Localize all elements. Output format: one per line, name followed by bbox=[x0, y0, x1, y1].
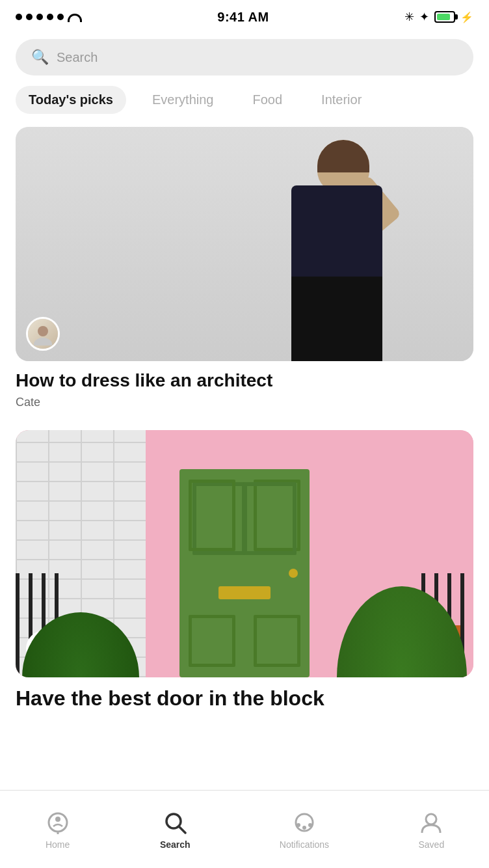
person-silhouette bbox=[278, 140, 421, 361]
search-icon: 🔍 bbox=[31, 49, 49, 66]
svg-line-6 bbox=[179, 826, 185, 833]
person-pants bbox=[291, 277, 382, 361]
tab-everything[interactable]: Everything bbox=[139, 86, 227, 114]
nav-item-saved[interactable]: Saved bbox=[418, 809, 444, 850]
nav-label-search: Search bbox=[160, 839, 191, 850]
search-bar-container: 🔍 Search bbox=[0, 34, 489, 86]
svg-point-4 bbox=[55, 817, 60, 822]
category-tabs: Today's picks Everything Food Interior bbox=[0, 86, 489, 114]
home-icon bbox=[45, 809, 71, 835]
card-avatar[interactable] bbox=[26, 317, 60, 351]
charging-icon: ⚡ bbox=[460, 11, 473, 23]
search-placeholder: Search bbox=[57, 50, 98, 65]
status-time: 9:41 AM bbox=[217, 10, 269, 25]
bluetooth-icon: ✦ bbox=[419, 10, 429, 24]
nav-item-notifications[interactable]: Notifications bbox=[280, 809, 329, 850]
signal-dot-4 bbox=[47, 14, 53, 20]
search-nav-icon bbox=[162, 809, 188, 835]
nav-label-home: Home bbox=[46, 839, 70, 850]
card-fashion-image bbox=[16, 127, 473, 361]
status-bar: 9:41 AM ✳ ✦ ⚡ bbox=[0, 0, 489, 34]
signal-dot-1 bbox=[16, 14, 22, 20]
bottom-nav: Home Search Notifications bbox=[0, 790, 489, 868]
status-left bbox=[16, 12, 82, 22]
brightness-icon: ✳ bbox=[404, 10, 414, 24]
door-letterbox bbox=[218, 586, 271, 599]
wifi-icon bbox=[68, 12, 82, 22]
nav-item-search[interactable]: Search bbox=[160, 809, 191, 850]
person-hair bbox=[317, 140, 369, 172]
card-door-image-container[interactable]: P bbox=[16, 430, 473, 677]
svg-point-2 bbox=[49, 813, 67, 832]
card-door: P Have the best door in the block bbox=[16, 430, 473, 711]
saved-icon bbox=[418, 809, 444, 835]
search-bar[interactable]: 🔍 Search bbox=[16, 39, 473, 75]
avatar-image bbox=[28, 319, 58, 349]
feed: How to dress like an architect Cate bbox=[0, 127, 489, 732]
tab-todays-picks[interactable]: Today's picks bbox=[16, 86, 126, 114]
card-fashion: How to dress like an architect Cate bbox=[16, 127, 473, 409]
svg-point-1 bbox=[34, 338, 52, 346]
nav-label-saved: Saved bbox=[418, 839, 444, 850]
battery-icon bbox=[434, 11, 455, 23]
svg-point-9 bbox=[302, 826, 306, 830]
signal-dot-5 bbox=[57, 14, 64, 20]
person-body bbox=[291, 185, 382, 283]
door-scene bbox=[16, 430, 473, 677]
svg-point-10 bbox=[308, 823, 312, 827]
svg-point-8 bbox=[297, 823, 300, 827]
signal-dot-3 bbox=[36, 14, 43, 20]
nav-label-notifications: Notifications bbox=[280, 839, 329, 850]
card-fashion-author[interactable]: Cate bbox=[16, 396, 473, 409]
card-fashion-title[interactable]: How to dress like an architect bbox=[16, 369, 473, 392]
green-door bbox=[179, 469, 310, 677]
tab-food[interactable]: Food bbox=[240, 86, 296, 114]
signal-dot-2 bbox=[26, 14, 33, 20]
card-door-title[interactable]: Have the best door in the block bbox=[16, 685, 473, 711]
nav-item-home[interactable]: Home bbox=[45, 809, 71, 850]
svg-point-11 bbox=[426, 814, 436, 824]
notifications-icon bbox=[291, 809, 317, 835]
status-right: ✳ ✦ ⚡ bbox=[404, 10, 473, 24]
card-door-image: P bbox=[16, 430, 473, 677]
svg-point-0 bbox=[38, 326, 48, 336]
battery-fill bbox=[437, 14, 450, 20]
card-fashion-image-container[interactable] bbox=[16, 127, 473, 361]
tab-interior[interactable]: Interior bbox=[308, 86, 375, 114]
